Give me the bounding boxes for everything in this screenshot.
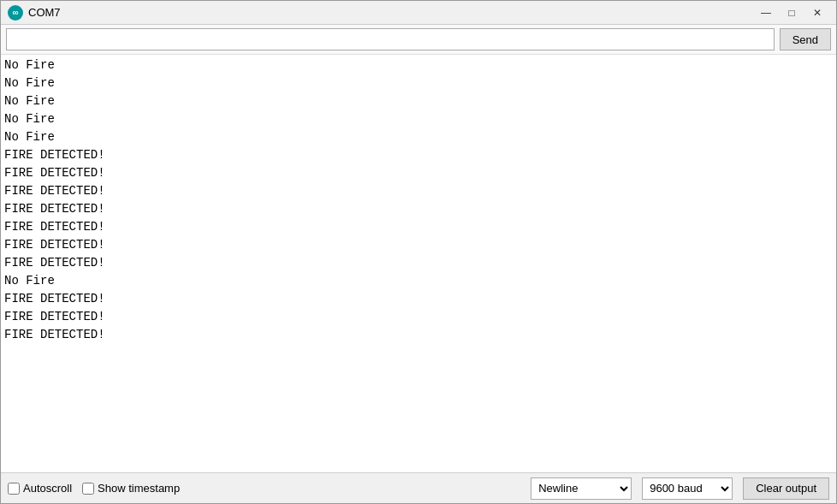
output-line: FIRE DETECTED! [4, 200, 833, 218]
baud-select[interactable]: 300 baud1200 baud2400 baud4800 baud9600 … [642, 477, 733, 500]
send-button[interactable]: Send [780, 28, 831, 50]
output-line: FIRE DETECTED! [4, 218, 833, 236]
output-line: No Fire [4, 128, 833, 146]
status-bar: Autoscroll Show timestamp No line ending… [1, 472, 836, 503]
window-title: COM7 [28, 6, 61, 19]
main-window: ∞ COM7 — □ ✕ Send No FireNo FireNo FireN… [0, 0, 837, 504]
toolbar: Send [1, 25, 836, 55]
serial-output[interactable]: No FireNo FireNo FireNo FireNo FireFIRE … [1, 55, 836, 472]
output-line: No Fire [4, 110, 833, 128]
show-timestamp-label[interactable]: Show timestamp [82, 482, 180, 495]
output-line: FIRE DETECTED! [4, 308, 833, 326]
title-bar-left: ∞ COM7 [8, 5, 61, 21]
title-bar: ∞ COM7 — □ ✕ [1, 1, 836, 25]
output-line: No Fire [4, 272, 833, 290]
newline-select[interactable]: No line endingNewlineCarriage returnBoth… [531, 477, 632, 500]
output-line: FIRE DETECTED! [4, 182, 833, 200]
output-line: FIRE DETECTED! [4, 326, 833, 344]
close-button[interactable]: ✕ [805, 4, 829, 21]
output-line: FIRE DETECTED! [4, 236, 833, 254]
minimize-button[interactable]: — [754, 4, 778, 21]
output-line: FIRE DETECTED! [4, 164, 833, 182]
serial-input[interactable] [6, 28, 775, 50]
output-line: FIRE DETECTED! [4, 290, 833, 308]
output-line: No Fire [4, 74, 833, 92]
autoscroll-checkbox[interactable] [8, 483, 20, 495]
output-line: No Fire [4, 92, 833, 110]
maximize-button[interactable]: □ [780, 4, 804, 21]
autoscroll-label[interactable]: Autoscroll [8, 482, 72, 495]
show-timestamp-checkbox[interactable] [82, 483, 94, 495]
output-line: FIRE DETECTED! [4, 254, 833, 272]
arduino-logo: ∞ [8, 5, 23, 21]
output-line: FIRE DETECTED! [4, 146, 833, 164]
clear-output-button[interactable]: Clear output [743, 477, 829, 500]
window-controls: — □ ✕ [754, 4, 829, 21]
output-line: No Fire [4, 56, 833, 74]
